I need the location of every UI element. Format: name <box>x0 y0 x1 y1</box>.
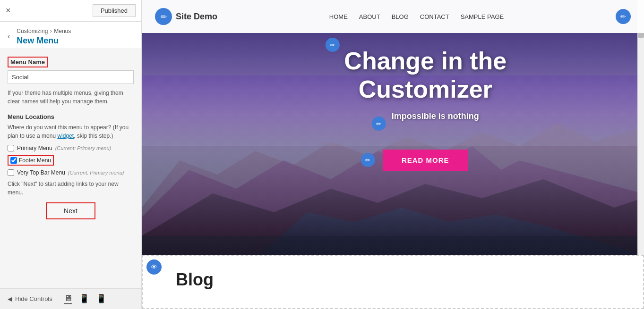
very-top-bar-label[interactable]: Very Top Bar Menu <box>17 169 65 176</box>
hide-controls-label: Hide Controls <box>15 295 52 302</box>
very-top-bar-row: Very Top Bar Menu (Current: Primary menu… <box>8 169 134 176</box>
site-logo: ✏ Site Demo <box>155 8 217 25</box>
hero-title-line1: Change in the <box>344 47 507 75</box>
primary-menu-label[interactable]: Primary Menu <box>17 145 52 151</box>
breadcrumb-inner: Customizing › Menus New Menu <box>17 26 71 46</box>
breadcrumb: Customizing › Menus <box>17 26 71 35</box>
close-icon[interactable]: × <box>6 6 11 16</box>
footer-menu-checkbox[interactable] <box>10 157 17 164</box>
hero-title-edit-button[interactable]: ✏ <box>325 38 339 52</box>
customizer-panel: × Published ‹ Customizing › Menus New Me… <box>0 0 142 309</box>
hero-title-line2: Customizer <box>359 75 492 103</box>
desktop-icon[interactable]: 🖥 <box>64 293 72 304</box>
hero-title: Change in the Customizer <box>344 47 507 104</box>
breadcrumb-current: Menus <box>54 28 71 34</box>
hero-subtitle: Impossible is nothing <box>392 111 479 121</box>
hide-controls-arrow: ◀ <box>8 295 12 302</box>
preview-nav: ✏ Site Demo HOME ABOUT BLOG CONTACT SAMP… <box>142 0 644 33</box>
hero-subtitle-edit-button[interactable]: ✏ <box>372 117 386 131</box>
nav-blog[interactable]: BLOG <box>392 13 409 20</box>
read-more-edit-button[interactable]: ✏ <box>361 153 375 167</box>
primary-menu-checkbox[interactable] <box>8 145 14 151</box>
svg-rect-5 <box>142 236 643 255</box>
blog-edit-button[interactable]: 👁 <box>146 259 162 275</box>
preview-area: ✏ Site Demo HOME ABOUT BLOG CONTACT SAMP… <box>142 0 644 309</box>
read-more-button[interactable]: READ MORE <box>383 150 468 171</box>
form-area: Menu Name If your theme has multiple men… <box>0 49 141 288</box>
blog-title: Blog <box>176 270 214 290</box>
menu-name-input[interactable] <box>8 70 134 84</box>
breadcrumb-separator: › <box>50 28 52 34</box>
top-bar: × Published <box>0 0 141 22</box>
panel-title: New Menu <box>17 36 71 46</box>
menu-locations-desc: Where do you want this menu to appear? (… <box>8 123 134 140</box>
primary-menu-row: Primary Menu (Current: Primary menu) <box>8 145 134 151</box>
tablet-icon[interactable]: 📱 <box>79 293 89 304</box>
footer-menu-highlight: Footer Menu <box>8 155 54 166</box>
nav-about[interactable]: ABOUT <box>359 13 380 20</box>
breadcrumb-bar: ‹ Customizing › Menus New Menu <box>0 22 141 49</box>
nav-edit-button[interactable]: ✏ <box>616 9 631 24</box>
nav-home[interactable]: HOME <box>329 13 348 20</box>
very-top-bar-current: (Current: Primary menu) <box>68 170 124 175</box>
widget-link[interactable]: widget <box>57 133 74 139</box>
nav-links: HOME ABOUT BLOG CONTACT SAMPLE PAGE <box>329 13 504 20</box>
logo-icon: ✏ <box>155 8 172 25</box>
mobile-icon[interactable]: 📱 <box>96 293 106 304</box>
site-name: Site Demo <box>176 12 217 22</box>
hero-content: ✏ Change in the Customizer ✏ Impossible … <box>344 47 507 171</box>
menu-name-label: Menu Name <box>8 57 48 67</box>
device-icons: 🖥 📱 📱 <box>64 293 106 304</box>
back-arrow-icon[interactable]: ‹ <box>8 32 10 41</box>
published-button[interactable]: Published <box>93 4 136 17</box>
next-button[interactable]: Next <box>46 202 95 219</box>
menu-locations-title: Menu Locations <box>8 113 134 120</box>
hide-controls[interactable]: ◀ Hide Controls <box>8 295 52 302</box>
next-btn-wrapper: Next <box>8 202 134 219</box>
menu-name-hint: If your theme has multiple menus, giving… <box>8 89 134 106</box>
very-top-bar-checkbox[interactable] <box>8 169 14 176</box>
footer-menu-label[interactable]: Footer Menu <box>19 157 51 164</box>
primary-menu-current: (Current: Primary menu) <box>55 145 112 151</box>
click-hint: Click "Next" to start adding links to yo… <box>8 180 134 197</box>
footer-menu-row: Footer Menu <box>8 155 134 166</box>
nav-sample-page[interactable]: SAMPLE PAGE <box>461 13 504 20</box>
breadcrumb-parent[interactable]: Customizing <box>17 28 48 34</box>
blog-section: 👁 Blog <box>142 255 644 309</box>
bottom-bar: ◀ Hide Controls 🖥 📱 📱 <box>0 288 141 309</box>
nav-contact[interactable]: CONTACT <box>420 13 449 20</box>
